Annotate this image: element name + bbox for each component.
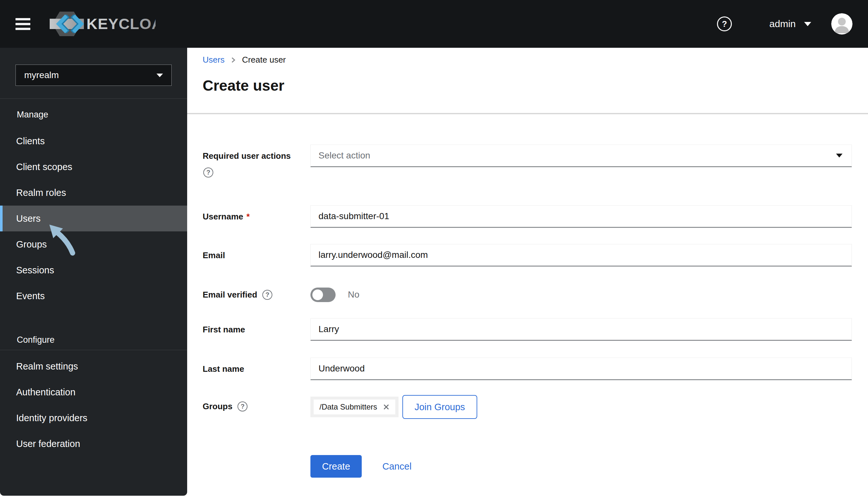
username-field[interactable] xyxy=(310,205,852,228)
keycloak-logo-icon: KEYCLOAK xyxy=(49,10,156,38)
required-user-actions-label-block: Required user actions ? xyxy=(203,145,310,178)
sidebar-item-client-scopes[interactable]: Client scopes xyxy=(0,154,187,180)
sidebar-item-user-federation[interactable]: User federation xyxy=(0,431,187,457)
breadcrumb-current: Create user xyxy=(242,55,286,65)
last-name-label: Last name xyxy=(203,364,244,374)
hamburger-bar xyxy=(15,18,30,20)
toggle-knob xyxy=(312,289,323,300)
sidebar-item-events[interactable]: Events xyxy=(0,283,187,309)
help-glyph: ? xyxy=(241,403,245,410)
user-silhouette-icon xyxy=(831,13,853,34)
help-icon[interactable]: ? xyxy=(262,290,272,300)
sidebar-section-manage: Manage xyxy=(17,110,48,120)
top-bar: KEYCLOAK ? admin xyxy=(0,0,868,48)
help-icon[interactable]: ? xyxy=(717,16,732,31)
sidebar-section-configure: Configure xyxy=(17,335,55,345)
sidebar-item-realm-roles[interactable]: Realm roles xyxy=(0,180,187,205)
first-name-row: First name xyxy=(203,318,852,341)
brand-text: KEYCLOAK xyxy=(86,15,156,32)
breadcrumb: Users Create user xyxy=(203,55,286,65)
required-indicator: * xyxy=(247,212,250,222)
chevron-right-icon xyxy=(231,56,235,64)
required-user-actions-row: Required user actions ? Select action xyxy=(203,145,852,178)
nav-toggle-icon[interactable] xyxy=(15,18,30,30)
topbar-right: ? admin xyxy=(717,13,853,34)
sidebar-nav-configure: Realm settings Authentication Identity p… xyxy=(0,353,187,457)
remove-group-icon[interactable] xyxy=(383,404,389,410)
select-placeholder: Select action xyxy=(318,151,370,161)
realm-selector-value: myrealm xyxy=(24,70,59,80)
page-title: Create user xyxy=(203,77,284,94)
first-name-label: First name xyxy=(203,325,245,335)
username-row: Username * xyxy=(203,205,852,228)
hamburger-bar xyxy=(15,28,30,30)
email-field[interactable] xyxy=(310,244,852,267)
create-button[interactable]: Create xyxy=(310,455,362,478)
sidebar-item-groups[interactable]: Groups xyxy=(0,231,187,257)
sidebar-item-clients[interactable]: Clients xyxy=(0,128,187,154)
last-name-row: Last name xyxy=(203,358,852,380)
help-icon[interactable]: ? xyxy=(203,168,213,178)
help-glyph: ? xyxy=(206,169,210,176)
help-glyph: ? xyxy=(265,291,269,299)
join-groups-button[interactable]: Join Groups xyxy=(402,395,477,419)
sidebar-item-sessions[interactable]: Sessions xyxy=(0,257,187,283)
first-name-field[interactable] xyxy=(310,318,852,341)
main-content: Users Create user Create user Required u… xyxy=(187,48,868,497)
sidebar-item-realm-settings[interactable]: Realm settings xyxy=(0,353,187,379)
last-name-field[interactable] xyxy=(310,358,852,380)
username-label: Username xyxy=(203,212,243,222)
breadcrumb-users-link[interactable]: Users xyxy=(203,55,225,65)
email-verified-toggle[interactable] xyxy=(310,287,336,302)
form-actions: Create Cancel xyxy=(203,455,852,478)
create-user-form: Required user actions ? Select action xyxy=(203,145,852,478)
chevron-down-icon[interactable] xyxy=(804,22,811,26)
sidebar-item-authentication[interactable]: Authentication xyxy=(0,379,187,405)
help-icon[interactable]: ? xyxy=(237,401,247,411)
avatar[interactable] xyxy=(831,13,853,34)
sidebar-item-identity-providers[interactable]: Identity providers xyxy=(0,405,187,431)
sidebar-divider xyxy=(0,350,187,350)
sidebar: myrealm Manage Clients Client scopes Rea… xyxy=(0,48,187,496)
help-glyph: ? xyxy=(722,19,727,29)
email-verified-row: Email verified ? No xyxy=(203,283,852,306)
realm-selector[interactable]: myrealm xyxy=(15,65,172,86)
keycloak-logo: KEYCLOAK xyxy=(49,10,156,38)
chevron-down-icon xyxy=(836,154,842,157)
required-user-actions-label: Required user actions xyxy=(203,151,291,161)
groups-label: Groups xyxy=(203,401,232,411)
groups-row: Groups ? /Data Submitters xyxy=(203,395,852,419)
group-chip-label: /Data Submitters xyxy=(319,402,377,411)
required-actions-select[interactable]: Select action xyxy=(310,145,852,167)
email-verified-state: No xyxy=(348,289,360,300)
sidebar-divider xyxy=(0,98,187,99)
content-divider xyxy=(187,113,868,114)
sidebar-item-users[interactable]: Users xyxy=(0,205,187,231)
sidebar-nav-manage: Clients Client scopes Realm roles Users … xyxy=(0,128,187,309)
group-chip-group: /Data Submitters xyxy=(310,397,399,417)
group-chip: /Data Submitters xyxy=(314,399,395,414)
email-verified-label: Email verified xyxy=(203,290,257,300)
user-menu-label[interactable]: admin xyxy=(769,18,796,29)
hamburger-bar xyxy=(15,23,30,25)
email-label: Email xyxy=(203,251,225,260)
chevron-down-icon xyxy=(157,74,163,77)
cancel-link[interactable]: Cancel xyxy=(382,461,411,472)
email-row: Email xyxy=(203,244,852,267)
